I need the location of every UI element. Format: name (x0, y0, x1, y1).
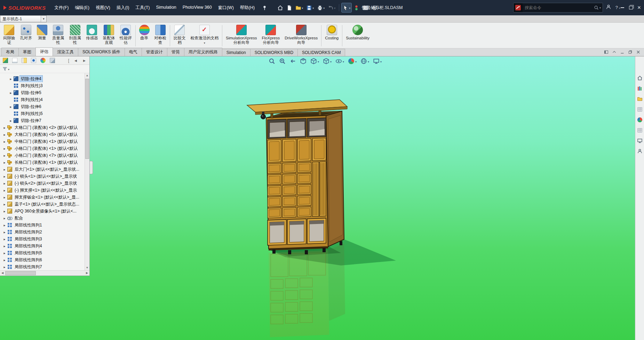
tree-item[interactable]: 局部线性阵列1 (0, 222, 85, 229)
expand-arrow-icon[interactable] (8, 119, 13, 123)
ribbon-button-floxpress[interactable]: FloXpress分析向导 (259, 23, 282, 48)
tree-item[interactable]: APQ 360全景摄像头<1> (默认<... (0, 208, 85, 215)
expand-arrow-icon[interactable] (2, 126, 7, 130)
ribbon-button-simulationxpress[interactable]: SimulationXpress分析向导 (223, 23, 259, 48)
expand-arrow-icon[interactable] (2, 230, 7, 234)
panel-splitter-handle[interactable] (90, 161, 93, 174)
tree-item[interactable]: (-) 锁头<2> (默认<<默认>_显示状 (0, 180, 85, 187)
search-icon[interactable] (594, 5, 603, 10)
scroll-up-icon[interactable] (85, 73, 89, 78)
tree-item[interactable]: 脚支撑钣金<1> (默认<<默认>_显... (0, 194, 85, 201)
chevron-down-icon[interactable] (343, 59, 344, 64)
graphics-viewport[interactable] (0, 56, 635, 340)
forum-icon[interactable] (636, 137, 643, 144)
scroll-left-icon[interactable] (0, 271, 5, 276)
chevron-down-icon[interactable] (330, 59, 332, 64)
restore-icon[interactable] (628, 50, 633, 54)
previous-view-icon[interactable] (289, 58, 296, 64)
view-palette-icon[interactable] (636, 106, 643, 113)
tree-item[interactable]: 阵列(线性)5 (0, 110, 85, 117)
chevron-down-icon[interactable] (8, 67, 9, 71)
solidworks-resources-icon[interactable] (636, 75, 643, 82)
menu-insert[interactable]: 插入(I) (113, 3, 133, 13)
expand-arrow-icon[interactable] (2, 168, 7, 171)
open-button[interactable] (294, 3, 304, 12)
chevron-down-icon[interactable] (318, 59, 319, 64)
expand-arrow-icon[interactable] (2, 175, 7, 178)
chevron-down-icon[interactable] (323, 5, 325, 10)
expand-arrow-icon[interactable] (2, 265, 7, 269)
tab-layout[interactable]: 布局 (1, 48, 19, 56)
expand-arrow-icon[interactable] (2, 181, 7, 185)
tree-item[interactable]: 局部线性阵列6 (0, 256, 85, 263)
tree-vertical-scrollbar[interactable] (85, 73, 89, 270)
chevron-down-icon[interactable] (204, 40, 205, 45)
chevron-down-icon[interactable] (368, 59, 369, 64)
chevron-down-icon[interactable] (301, 5, 303, 10)
user-profile-icon[interactable] (636, 148, 643, 155)
ribbon-button-sustainability[interactable]: Sustainability (343, 23, 372, 48)
expand-arrow-icon[interactable] (2, 140, 7, 144)
expand-arrow-icon[interactable] (2, 209, 7, 213)
expand-arrow-icon[interactable] (2, 244, 7, 248)
chevron-down-icon[interactable] (312, 5, 314, 10)
expand-arrow-icon[interactable] (2, 258, 7, 262)
ribbon-button-sensor[interactable]: 传感器 (84, 23, 101, 48)
propertymanager-tab-icon[interactable] (12, 58, 17, 63)
expand-arrow-icon[interactable] (2, 216, 7, 220)
tree-item[interactable]: 盖子<1> (默认<<默认>_显示状态... (0, 201, 85, 208)
undock-icon[interactable] (604, 50, 609, 54)
expand-arrow-icon[interactable] (2, 202, 7, 206)
view-settings-icon[interactable] (373, 58, 382, 64)
tree-item[interactable]: 局部线性阵列7 (0, 263, 85, 270)
tabs-scroll-left-icon[interactable] (73, 59, 78, 62)
tab-user-defined-routes[interactable]: 用户定义的线路 (184, 48, 222, 56)
design-library-icon[interactable] (636, 85, 643, 92)
ribbon-button-assembly-visualization[interactable]: 装配体直观 (101, 23, 118, 48)
scrollbar-thumb[interactable] (85, 79, 89, 159)
tree-item[interactable]: 局部线性阵列2 (0, 229, 85, 235)
ribbon-button-driveworksxpress[interactable]: DriveWorksXpress向导 (282, 23, 320, 48)
tab-tubing[interactable]: 管筒 (167, 48, 184, 56)
menu-help[interactable]: 帮助(H) (237, 3, 258, 13)
ribbon-button-compare-documents[interactable]: 比较文档 (171, 23, 188, 48)
user-icon[interactable] (606, 4, 611, 11)
ribbon-button-performance-evaluation[interactable]: 性能评估 (117, 23, 134, 48)
appearances-scenes-icon[interactable] (636, 116, 643, 123)
hide-show-items-icon[interactable] (335, 58, 344, 64)
tab-evaluate[interactable]: 评估 (35, 47, 53, 56)
scroll-right-icon[interactable] (85, 271, 89, 276)
print-button[interactable] (316, 3, 326, 12)
menu-window[interactable]: 窗口(W) (215, 3, 237, 13)
pin-menu-icon[interactable] (261, 3, 269, 12)
expand-arrow-icon[interactable] (2, 237, 7, 241)
undo-button[interactable] (327, 3, 336, 12)
ribbon-button-symmetry-check[interactable]: 对称检查 (152, 23, 169, 48)
tab-piping[interactable]: 管道设计 (142, 48, 167, 56)
tabs-scroll-right-icon[interactable] (82, 59, 87, 62)
tree-item[interactable]: 局部线性阵列3 (0, 235, 85, 242)
expand-arrow-icon[interactable] (8, 105, 13, 109)
cam-tab-icon[interactable] (50, 58, 55, 63)
chevron-down-icon[interactable] (334, 5, 335, 10)
tree-item[interactable]: (-) 锁头<1> (默认<<默认>_显示状 (0, 173, 85, 180)
tree-item[interactable]: 大格口门 (装配体) <5> (默认<默认 (0, 131, 85, 138)
minimize-icon[interactable] (620, 50, 625, 54)
tree-item[interactable]: 中格口门 (装配体) <1> (默认<默认 (0, 138, 85, 145)
featuremanager-tab-icon[interactable] (3, 58, 8, 63)
apply-scene-icon[interactable] (360, 58, 369, 64)
tree-item[interactable]: 切除-拉伸4 (0, 75, 85, 82)
chevron-down-icon[interactable] (355, 59, 357, 64)
chevron-down-icon[interactable] (41, 16, 46, 22)
ribbon-button-curvature[interactable]: 曲率 (137, 23, 152, 48)
expand-arrow-icon[interactable] (2, 223, 7, 227)
zoom-area-icon[interactable] (279, 58, 286, 64)
section-view-icon[interactable] (300, 58, 307, 64)
tab-simulation[interactable]: Simulation (222, 49, 251, 56)
edit-appearance-icon[interactable] (348, 58, 357, 64)
expand-arrow-icon[interactable] (2, 188, 7, 192)
tab-solidworks-cam[interactable]: SOLIDWORKS CAM (297, 49, 345, 56)
ribbon-button-hole-alignment[interactable]: 孔对齐 (18, 23, 35, 48)
expand-arrow-icon[interactable] (8, 77, 13, 81)
menu-photoview360[interactable]: PhotoView 360 (180, 3, 215, 13)
